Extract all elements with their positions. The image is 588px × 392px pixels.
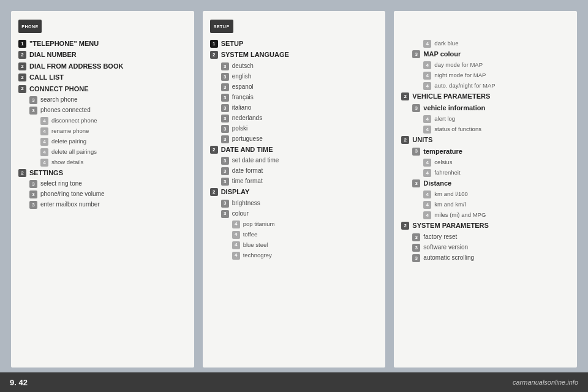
level-badge: 3 xyxy=(412,254,420,262)
level-badge: 3 xyxy=(221,135,229,143)
panel-setup: SETUP 1SETUP2SYSTEM LANGUAGE3deutsch3eng… xyxy=(203,11,386,368)
list-item: 4miles (mi) and MPG xyxy=(401,211,570,219)
level-badge: 3 xyxy=(29,201,37,209)
level-badge: 3 xyxy=(412,179,420,187)
level-badge: 4 xyxy=(423,126,431,134)
level-badge: 4 xyxy=(423,190,431,198)
item-label: software version xyxy=(423,243,468,252)
item-label: espanol xyxy=(232,83,254,91)
list-item: 4celsius xyxy=(401,158,570,167)
setup-icon-label: SETUP xyxy=(214,24,230,29)
level-badge: 1 xyxy=(210,40,218,48)
item-label: UNITS xyxy=(412,135,432,145)
level-badge: 3 xyxy=(221,200,229,208)
list-item: 4night mode for MAP xyxy=(401,71,570,80)
list-item: 4km and km/l xyxy=(401,200,570,209)
item-label: italiano xyxy=(232,104,252,112)
list-item: 3english xyxy=(210,72,379,81)
level-badge: 2 xyxy=(401,222,409,230)
list-item: 4technogrey xyxy=(210,251,379,260)
level-badge: 3 xyxy=(29,96,37,104)
level-badge: 3 xyxy=(29,190,37,198)
list-item: 4fahrenheit xyxy=(401,168,570,177)
panel-phone: PHONE 1"TELEPHONE" MENU2DIAL NUMBER2DIAL… xyxy=(11,11,194,368)
list-item: 4blue steel xyxy=(210,241,379,249)
item-label: set date and time xyxy=(232,156,279,165)
level-badge: 3 xyxy=(412,233,420,241)
level-badge: 4 xyxy=(232,241,240,249)
level-badge: 2 xyxy=(401,136,409,144)
level-badge: 1 xyxy=(18,40,26,48)
item-label: night mode for MAP xyxy=(434,71,486,79)
level-badge: 4 xyxy=(232,221,240,228)
level-badge: 2 xyxy=(18,62,26,70)
item-label: dark blue xyxy=(434,39,458,47)
list-item: 3brightness xyxy=(210,199,379,208)
list-item: 1SETUP xyxy=(210,39,379,48)
item-label: phone/ring tone volume xyxy=(40,190,105,198)
item-label: km and km/l xyxy=(434,200,466,208)
list-item: 4day mode for MAP xyxy=(401,61,570,69)
level-badge: 3 xyxy=(221,62,229,70)
panel-extra: 4dark blue3MAP colour4day mode for MAP4n… xyxy=(394,11,577,368)
list-item: 4auto. day/night for MAP xyxy=(401,81,570,90)
list-item: 4pop titanium xyxy=(210,220,379,228)
level-badge: 4 xyxy=(423,61,431,69)
item-label: day mode for MAP xyxy=(434,61,483,69)
list-item: 3search phone xyxy=(18,96,187,104)
item-label: CONNECT PHONE xyxy=(29,85,89,94)
list-item: 3software version xyxy=(401,243,570,252)
item-label: time format xyxy=(232,177,263,186)
list-item: 2SYSTEM PARAMETERS xyxy=(401,221,570,230)
setup-icon: SETUP xyxy=(210,20,233,33)
level-badge: 3 xyxy=(221,115,229,123)
list-item: 3factory reset xyxy=(401,233,570,241)
list-item: 4dark blue xyxy=(401,39,570,48)
level-badge: 2 xyxy=(18,74,26,81)
level-badge: 3 xyxy=(221,178,229,186)
level-badge: 4 xyxy=(232,252,240,260)
level-badge: 2 xyxy=(18,169,26,177)
level-badge: 2 xyxy=(210,51,218,59)
main-content: PHONE 1"TELEPHONE" MENU2DIAL NUMBER2DIAL… xyxy=(0,0,588,372)
list-item: 4rename phone xyxy=(18,127,187,135)
level-badge: 2 xyxy=(210,146,218,154)
item-label: show details xyxy=(51,158,83,166)
level-badge: 3 xyxy=(221,104,229,112)
item-label: nederlands xyxy=(232,114,262,123)
list-item: 3enter mailbox number xyxy=(18,200,187,209)
item-label: enter mailbox number xyxy=(40,200,100,209)
list-item: 2DIAL FROM ADDRESS BOOK xyxy=(18,62,187,71)
item-label: status of functions xyxy=(434,125,481,133)
item-label: VEHICLE PARAMETERS xyxy=(412,92,490,101)
item-label: automatic scrolling xyxy=(423,254,474,262)
item-label: celsius xyxy=(434,158,452,166)
item-label: SYSTEM LANGUAGE xyxy=(221,50,289,59)
item-label: DIAL NUMBER xyxy=(29,50,77,59)
item-label: miles (mi) and MPG xyxy=(434,211,486,219)
list-item: 1"TELEPHONE" MENU xyxy=(18,39,187,48)
list-item: 3date format xyxy=(210,167,379,175)
list-item: 3colour xyxy=(210,209,379,218)
item-label: temperature xyxy=(423,147,462,156)
level-badge: 3 xyxy=(412,148,420,156)
list-item: 3phone/ring tone volume xyxy=(18,190,187,198)
extra-menu-list: 4dark blue3MAP colour4day mode for MAP4n… xyxy=(401,39,570,262)
list-item: 4toffee xyxy=(210,230,379,239)
item-label: colour xyxy=(232,209,249,218)
list-item: 4delete pairing xyxy=(18,137,187,146)
list-item: 4delete all pairings xyxy=(18,148,187,156)
list-item: 4status of functions xyxy=(401,125,570,134)
level-badge: 3 xyxy=(412,50,420,58)
list-item: 3vehicle information xyxy=(401,104,570,113)
list-item: 2SYSTEM LANGUAGE xyxy=(210,50,379,59)
level-badge: 4 xyxy=(40,159,48,167)
list-item: 3select ring tone xyxy=(18,179,187,188)
list-item: 4km and l/100 xyxy=(401,190,570,198)
level-badge: 4 xyxy=(40,127,48,135)
site-label: carmanualsonline.info xyxy=(513,379,578,386)
list-item: 2UNITS xyxy=(401,135,570,145)
level-badge: 3 xyxy=(29,107,37,115)
item-label: DATE AND TIME xyxy=(221,145,273,154)
list-item: 2CALL LIST xyxy=(18,73,187,82)
